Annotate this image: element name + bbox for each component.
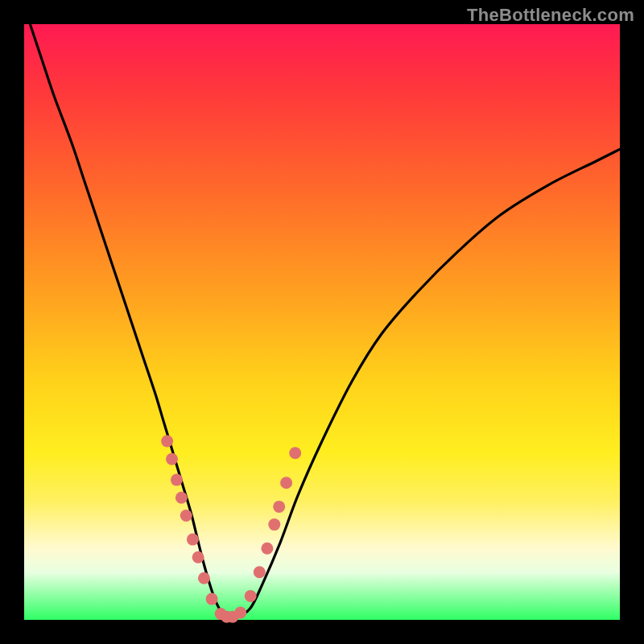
- data-marker: [261, 543, 273, 555]
- data-marker: [192, 551, 204, 564]
- data-marker: [289, 447, 301, 459]
- plot-area: [24, 24, 620, 620]
- data-marker: [171, 474, 183, 486]
- curve-svg: [24, 24, 620, 620]
- watermark-text: TheBottleneck.com: [467, 5, 634, 26]
- data-marker: [268, 518, 280, 530]
- data-marker: [206, 593, 218, 605]
- data-marker: [273, 501, 285, 513]
- data-marker: [280, 477, 292, 489]
- marker-group: [161, 436, 301, 623]
- data-marker: [180, 510, 192, 522]
- bottleneck-curve: [30, 24, 620, 619]
- data-marker: [161, 436, 173, 448]
- data-marker: [198, 572, 210, 584]
- data-marker: [245, 590, 257, 602]
- chart-stage: TheBottleneck.com: [0, 0, 644, 644]
- data-marker: [254, 566, 266, 578]
- data-marker: [234, 607, 246, 619]
- data-marker: [166, 453, 178, 465]
- data-marker: [175, 492, 188, 504]
- data-marker: [187, 534, 199, 546]
